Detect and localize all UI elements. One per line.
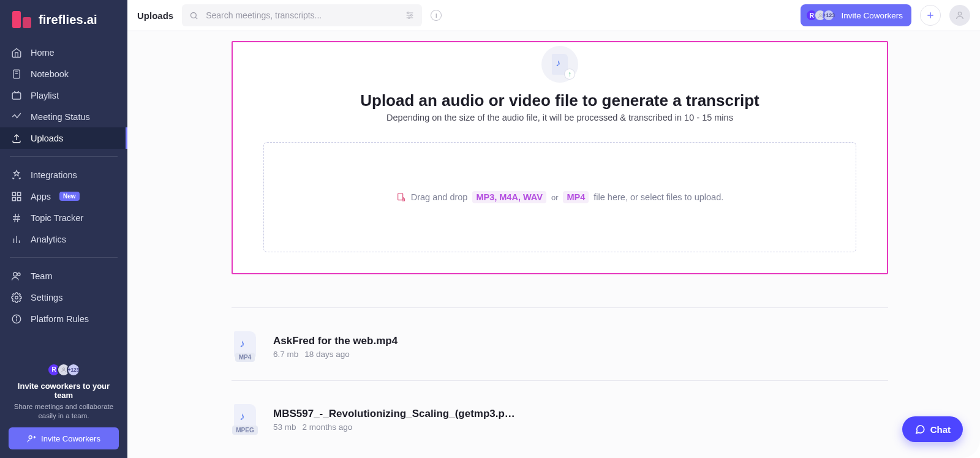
- drop-text-pre: Drag and drop: [411, 192, 468, 202]
- sidebar-invite-card: R +123 Invite coworkers to your team Sha…: [0, 355, 127, 458]
- nav-label: Team: [31, 271, 52, 281]
- nav-label: Platform Rules: [31, 314, 89, 324]
- formats-audio: MP3, M4A, WAV: [472, 191, 546, 203]
- brand-name: fireflies.ai: [39, 13, 97, 27]
- sidebar-item-apps[interactable]: Apps New: [0, 186, 127, 207]
- drop-icon: [396, 192, 406, 202]
- user-icon: [955, 10, 965, 20]
- file-age: 18 days ago: [304, 350, 350, 359]
- status-icon: [11, 111, 22, 122]
- avatar-count-badge: +123: [823, 9, 835, 21]
- nav-label: Analytics: [31, 235, 66, 244]
- upload-list-item[interactable]: MPEG MBS597_-_Revolutionizing_Scaling_(g…: [232, 381, 888, 445]
- file-age: 2 months ago: [303, 422, 353, 432]
- nav-label: Apps: [31, 192, 51, 201]
- sidebar-item-settings[interactable]: Settings: [0, 287, 127, 308]
- info-icon: [11, 313, 22, 325]
- upload-panel: ↑ Upload an audio or video file to gener…: [232, 41, 888, 274]
- svg-rect-5: [12, 192, 15, 195]
- search-input[interactable]: [205, 10, 399, 21]
- sidebar-item-analytics[interactable]: Analytics: [0, 228, 127, 250]
- svg-point-31: [407, 12, 409, 14]
- integrations-icon: [11, 170, 22, 181]
- svg-point-37: [958, 12, 961, 15]
- sidebar-item-notebook[interactable]: Notebook: [0, 63, 127, 84]
- nav-label: Home: [31, 48, 55, 58]
- file-thumbnail: MPEG: [232, 404, 258, 435]
- sidebar: fireflies.ai Home Notebook Playlist Meet…: [0, 0, 127, 458]
- file-size: 6.7 mb: [273, 350, 298, 359]
- svg-point-22: [62, 368, 64, 370]
- upload-arrow-badge: ↑: [565, 69, 575, 79]
- search-field[interactable]: [182, 4, 422, 26]
- sliders-icon[interactable]: [405, 10, 415, 20]
- svg-rect-3: [12, 92, 21, 99]
- hash-icon: [11, 212, 22, 223]
- playlist-icon: [11, 90, 22, 101]
- upload-hero-icon: ↑: [541, 46, 578, 83]
- sidebar-item-playlist[interactable]: Playlist: [0, 84, 127, 106]
- svg-rect-6: [18, 192, 21, 195]
- button-label: Invite Coworkers: [841, 11, 903, 20]
- notebook-icon: [11, 69, 22, 80]
- logo-mark-icon: [12, 11, 31, 28]
- svg-point-33: [409, 17, 410, 19]
- nav-label: Uploads: [31, 133, 63, 143]
- nav-tertiary: Team Settings Platform Rules: [0, 263, 127, 332]
- svg-line-12: [18, 214, 19, 222]
- gear-icon: [11, 292, 22, 303]
- file-ext-badge: MP4: [235, 353, 255, 362]
- chat-icon: [914, 424, 925, 435]
- chat-label: Chat: [930, 424, 951, 435]
- file-name: AskFred for the web.mp4: [273, 335, 398, 347]
- divider: [10, 156, 118, 157]
- home-icon: [11, 47, 22, 58]
- svg-rect-7: [12, 197, 15, 200]
- topbar: Uploads i R +123 Invite Coworkers: [127, 0, 980, 31]
- svg-point-16: [13, 272, 17, 276]
- invite-coworkers-button[interactable]: Invite Coworkers: [9, 427, 119, 449]
- info-button[interactable]: i: [431, 10, 442, 21]
- svg-rect-0: [13, 70, 20, 78]
- sidebar-item-integrations[interactable]: Integrations: [0, 164, 127, 186]
- sidebar-item-topic-tracker[interactable]: Topic Tracker: [0, 207, 127, 228]
- svg-point-17: [18, 272, 21, 276]
- upload-subheading: Depending on the size of the audio file,…: [386, 113, 733, 122]
- sidebar-item-meeting-status[interactable]: Meeting Status: [0, 106, 127, 127]
- svg-point-23: [29, 435, 32, 438]
- invite-coworkers-pill[interactable]: R +123 Invite Coworkers: [801, 4, 911, 26]
- button-label: Invite Coworkers: [41, 434, 100, 443]
- analytics-icon: [11, 234, 22, 245]
- sidebar-item-uploads[interactable]: Uploads: [0, 127, 127, 149]
- user-plus-icon: [27, 434, 36, 443]
- svg-point-32: [411, 15, 413, 17]
- sidebar-item-platform-rules[interactable]: Platform Rules: [0, 308, 127, 329]
- add-button[interactable]: [920, 5, 941, 26]
- drop-text-post: file here, or select files to upload.: [594, 192, 723, 202]
- file-name: MBS597_-_Revolutionizing_Scaling_(getmp3…: [273, 408, 518, 420]
- svg-line-11: [15, 214, 16, 222]
- team-icon: [11, 271, 22, 282]
- avatar-count-badge: +123: [67, 363, 80, 377]
- chat-widget-button[interactable]: Chat: [902, 416, 963, 442]
- nav-label: Topic Tracker: [31, 213, 83, 223]
- brand-logo[interactable]: fireflies.ai: [0, 0, 127, 39]
- svg-rect-38: [398, 193, 402, 200]
- or-text: or: [551, 193, 559, 202]
- nav-label: Settings: [31, 293, 62, 302]
- divider: [10, 257, 118, 258]
- file-dropzone[interactable]: Drag and drop MP3, M4A, WAV or MP4 file …: [263, 142, 856, 252]
- nav-label: Integrations: [31, 170, 77, 180]
- sidebar-item-team[interactable]: Team: [0, 265, 127, 287]
- sidebar-item-home[interactable]: Home: [0, 42, 127, 63]
- content-scroll[interactable]: ↑ Upload an audio or video file to gener…: [127, 31, 980, 458]
- nav-label: Playlist: [31, 91, 59, 100]
- file-thumbnail: MP4: [232, 331, 258, 362]
- profile-avatar[interactable]: [949, 5, 970, 26]
- svg-point-21: [16, 317, 17, 317]
- avatar-stack: R +123: [805, 9, 835, 21]
- nav-secondary: Integrations Apps New Topic Tracker Anal…: [0, 162, 127, 252]
- upload-list-item[interactable]: MP4 AskFred for the web.mp4 6.7 mb 18 da…: [232, 308, 888, 372]
- apps-icon: [11, 191, 22, 202]
- invite-title: Invite coworkers to your team: [9, 381, 119, 400]
